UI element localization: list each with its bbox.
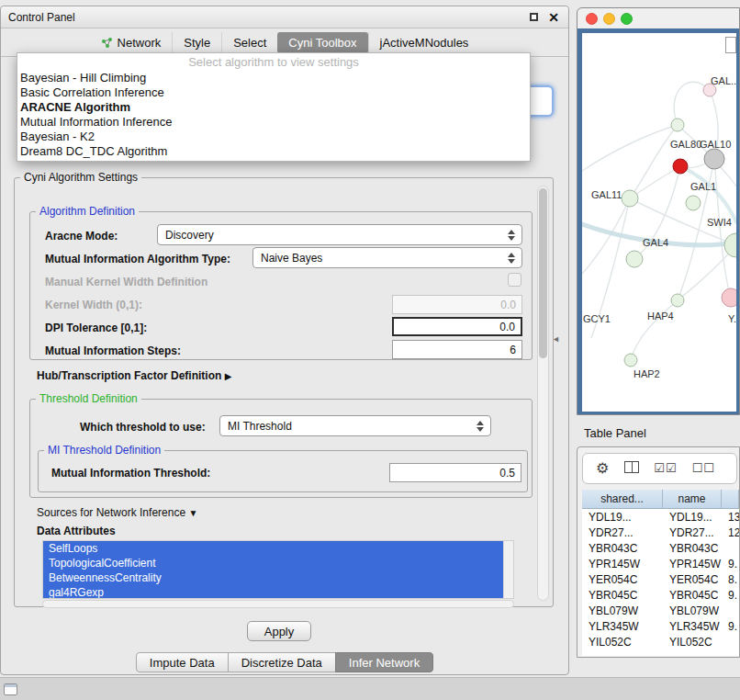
close-window-icon[interactable]: ✕	[548, 11, 559, 24]
aracne-mode-select[interactable]: Discovery	[157, 224, 522, 245]
tab-infer-network[interactable]: Infer Network	[335, 652, 433, 672]
apply-button-label: Apply	[264, 625, 295, 638]
tab-network[interactable]: Network	[90, 32, 173, 53]
zoom-traffic-light-icon[interactable]	[621, 13, 633, 25]
panel-dock-icon[interactable]	[4, 683, 17, 695]
popup-item[interactable]: Basic Correlation Inference	[17, 85, 530, 100]
splitter-collapse-arrow[interactable]: ◄	[552, 334, 560, 344]
tab-jactivemnodules[interactable]: jActiveMNodules	[368, 32, 480, 53]
cell: YER054C	[582, 573, 663, 586]
mi-threshold-definition-group: MI Threshold Definition Mutual Informati…	[38, 450, 528, 492]
node-label: GAL10	[700, 139, 731, 150]
network-node[interactable]	[722, 288, 736, 307]
table-row[interactable]: YPR145W YPR145W 9.	[582, 556, 739, 571]
which-threshold-select[interactable]: MI Threshold	[219, 415, 491, 436]
attributes-hscrollbar[interactable]	[42, 600, 514, 608]
node-label: Y...	[728, 313, 736, 324]
gear-icon[interactable]: ⚙	[596, 461, 610, 476]
table-row[interactable]: YDL19... YDL19... 13	[582, 509, 739, 525]
table-row[interactable]: YBL079W YBL079W	[582, 603, 739, 618]
select-all-checkboxes-icon[interactable]: ☑☑	[654, 461, 677, 476]
mi-threshold-label: Mutual Information Threshold:	[51, 467, 210, 480]
minimize-traffic-light-icon[interactable]	[603, 13, 615, 25]
manual-kernel-width-checkbox	[508, 273, 521, 287]
table-header-row: shared... name	[582, 490, 739, 509]
collapsed-arrow-icon: ▶	[225, 371, 232, 381]
popup-item[interactable]: Dream8 DC_TDC Algorithm	[17, 144, 530, 159]
tab-label: jActiveMNodules	[380, 36, 469, 50]
tab-label: Network	[118, 36, 162, 50]
data-attributes-label: Data Attributes	[37, 525, 116, 537]
apply-button[interactable]: Apply	[247, 621, 311, 641]
network-node[interactable]	[626, 251, 643, 267]
columns-icon[interactable]	[624, 461, 639, 476]
popup-item[interactable]: Bayesian - Hill Climbing	[17, 71, 530, 85]
cell: 9.	[722, 620, 739, 633]
columns-icon-glyph	[624, 461, 639, 473]
dpi-tolerance-field[interactable]	[392, 317, 522, 336]
popup-item-selected[interactable]: ARACNE Algorithm	[17, 100, 530, 115]
cell: YBR043C	[582, 542, 663, 555]
kernel-width-field	[392, 295, 522, 314]
list-item[interactable]: SelfLoops	[43, 541, 503, 556]
mi-threshold-field[interactable]	[389, 463, 521, 482]
column-header-name[interactable]: name	[663, 490, 722, 508]
network-node[interactable]	[671, 294, 684, 307]
attributes-vscrollbar[interactable]	[503, 541, 513, 598]
table-row[interactable]: YIL052C YIL052C	[582, 634, 739, 649]
network-window-titlebar	[577, 8, 739, 28]
node-label: GAL1	[690, 181, 716, 192]
threshold-definition-group: Threshold Definition Which threshold to …	[29, 399, 533, 498]
cell: YBR045C	[582, 589, 663, 602]
cell: YBL079W	[663, 604, 722, 617]
table-row[interactable]: YLR345W YLR345W 9.	[582, 618, 739, 634]
settings-scrollbar[interactable]	[537, 186, 549, 601]
network-node[interactable]	[704, 149, 724, 169]
list-item[interactable]: TopologicalCoefficient	[43, 556, 503, 570]
network-node[interactable]	[673, 159, 688, 174]
table-row[interactable]: YBR043C YBR043C	[582, 540, 739, 556]
close-traffic-light-icon[interactable]	[586, 13, 598, 25]
clear-all-checkboxes-icon[interactable]: ☐☐	[692, 461, 715, 476]
network-node[interactable]	[686, 196, 701, 210]
cell: YIL052C	[663, 636, 722, 649]
data-attributes-list[interactable]: SelfLoops TopologicalCoefficient Between…	[42, 540, 514, 599]
float-window-icon[interactable]	[530, 13, 538, 21]
network-node[interactable]	[624, 354, 637, 367]
tab-cyni-toolbox[interactable]: Cyni Toolbox	[277, 32, 367, 53]
table-row[interactable]: YER054C YER054C 8.	[582, 571, 739, 587]
column-header-shared-name[interactable]: shared...	[582, 490, 663, 508]
window-title: Control Panel	[8, 11, 75, 24]
cyni-algorithm-settings-group: Cyni Algorithm Settings Algorithm Defini…	[14, 177, 554, 607]
network-node[interactable]	[671, 119, 684, 131]
list-item[interactable]: gal4RGexp	[43, 585, 503, 599]
popup-item[interactable]: Bayesian - K2	[17, 130, 530, 144]
node-label: GAL11	[591, 189, 622, 200]
mi-steps-field[interactable]	[392, 340, 522, 359]
group-title: MI Threshold Definition	[44, 444, 164, 457]
popup-item[interactable]: Mutual Information Inference	[17, 115, 530, 130]
table-row[interactable]: YBR045C YBR045C 9.	[582, 587, 739, 603]
cell: 12	[722, 526, 739, 539]
scrollbar-thumb[interactable]	[539, 188, 547, 358]
tab-discretize-data[interactable]: Discretize Data	[228, 652, 336, 672]
tab-style[interactable]: Style	[172, 32, 221, 53]
group-title: Algorithm Definition	[36, 205, 139, 218]
sources-toggle[interactable]: Sources for Network Inference ▼	[37, 506, 197, 519]
hub-definition-toggle[interactable]: Hub/Transcription Factor Definition ▶	[37, 369, 231, 382]
group-title: Cyni Algorithm Settings	[20, 171, 141, 184]
network-canvas[interactable]: GAL... GAL80 GAL10 GAL11 GAL1 SWI4 GAL4 …	[582, 33, 736, 412]
mi-algorithm-type-select[interactable]: Naive Bayes	[252, 247, 522, 268]
network-node[interactable]	[724, 233, 736, 257]
network-view-window: GAL... GAL80 GAL10 GAL11 GAL1 SWI4 GAL4 …	[577, 7, 740, 415]
table-row[interactable]: YDR27... YDR27... 12	[582, 525, 739, 540]
desktop-bottom-strip	[0, 677, 740, 700]
tab-impute-data[interactable]: Impute Data	[136, 652, 229, 672]
cell: YDL19...	[663, 511, 722, 524]
tab-select[interactable]: Select	[221, 32, 277, 53]
network-node[interactable]	[622, 190, 638, 207]
cell: 8.	[722, 573, 739, 586]
column-header-extra[interactable]	[722, 490, 739, 508]
cell: YBR043C	[663, 542, 722, 555]
list-item[interactable]: BetweennessCentrality	[43, 570, 503, 585]
